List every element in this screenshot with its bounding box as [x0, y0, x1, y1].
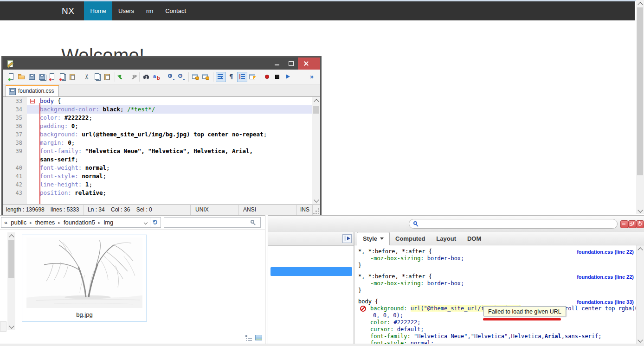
scroll-up-icon[interactable]	[312, 97, 320, 104]
zoom-out-icon[interactable]	[177, 72, 186, 82]
close-all-icon[interactable]	[58, 72, 67, 82]
show-all-characters-icon[interactable]	[227, 72, 236, 82]
fold-margin	[27, 114, 40, 122]
page-vertical-scrollbar[interactable]	[636, 0, 644, 214]
devtools-tab-layout[interactable]: Layout	[431, 232, 462, 245]
save-all-icon[interactable]	[38, 72, 47, 82]
refresh-icon[interactable]	[150, 218, 161, 227]
breadcrumb-item-public[interactable]: public	[10, 219, 27, 226]
redo-icon[interactable]	[128, 72, 137, 82]
nav-item-rm[interactable]: rm	[140, 1, 159, 20]
nav-item-contact[interactable]: Contact	[159, 1, 192, 20]
token-com: /*test*/	[127, 106, 155, 113]
scroll-down-icon[interactable]	[637, 337, 644, 344]
address-dropdown-icon[interactable]	[142, 221, 150, 224]
stop-recording-icon[interactable]	[273, 72, 282, 82]
fold-margin	[27, 172, 40, 180]
cut-icon[interactable]	[83, 72, 92, 82]
copy-icon[interactable]	[93, 72, 102, 82]
file-item-bg-jpg[interactable]: bg.jpg	[22, 235, 147, 321]
toolbar-separator	[80, 72, 80, 82]
record-macro-icon[interactable]	[263, 72, 272, 82]
panel-divider[interactable]	[265, 215, 265, 346]
style-panel-scrollbar[interactable]	[636, 245, 644, 344]
word-wrap-icon[interactable]	[216, 72, 226, 82]
find-icon[interactable]	[142, 72, 151, 82]
html-tree-area[interactable]	[268, 246, 354, 346]
play-macro-icon[interactable]	[283, 72, 292, 82]
maximize-button[interactable]	[284, 58, 298, 70]
editor-scrollbar[interactable]	[312, 97, 320, 204]
resize-grip[interactable]	[318, 213, 319, 214]
paste-icon[interactable]	[103, 72, 112, 82]
side-panel-toggle-icon[interactable]	[342, 234, 352, 243]
undo-icon[interactable]	[117, 72, 127, 82]
devtools-tab-style[interactable]: Style	[357, 232, 390, 245]
print-icon[interactable]	[68, 72, 77, 82]
devtools-minimize-button[interactable]	[620, 220, 628, 228]
close-button[interactable]	[298, 58, 320, 70]
selected-node-highlight[interactable]	[270, 267, 352, 276]
code-editor-area[interactable]: 33body {34background-color: black; /*tes…	[3, 97, 320, 205]
toolbar-separator	[164, 72, 164, 82]
css-val: border-box;	[427, 280, 464, 287]
nav-item-users[interactable]: Users	[112, 1, 140, 20]
stylesheet-link[interactable]: foundation.css (line 22)	[577, 249, 634, 256]
nav-item-home[interactable]: Home	[84, 1, 112, 20]
new-file-icon[interactable]	[7, 72, 16, 82]
explorer-scroll-thumb[interactable]	[8, 240, 14, 278]
status-insert-mode: INS	[297, 205, 313, 215]
save-icon[interactable]	[27, 72, 37, 82]
stylesheet-link[interactable]: foundation.css (line 33)	[577, 299, 634, 306]
breadcrumb-item-themes[interactable]: themes	[34, 219, 56, 226]
token-pn: ;	[71, 139, 75, 146]
toolbar-separator	[188, 72, 189, 82]
css-prop: -moz-box-sizing:	[370, 255, 427, 262]
rule-close-line: }	[356, 262, 637, 269]
editor-title-bar[interactable]	[3, 58, 320, 70]
document-map-icon[interactable]	[248, 72, 258, 82]
sync-vertical-scrolling-icon[interactable]	[191, 72, 200, 82]
thumbnail-view-icon[interactable]	[255, 334, 263, 342]
stylesheet-link[interactable]: foundation.css (line 22)	[577, 274, 634, 281]
toolbar-overflow-icon[interactable]	[308, 72, 317, 82]
brand-logo[interactable]: NX	[59, 1, 77, 20]
scroll-down-icon[interactable]	[636, 207, 644, 214]
explorer-scrollbar[interactable]	[7, 232, 15, 330]
fold-margin	[27, 189, 40, 197]
devtools-tab-computed[interactable]: Computed	[390, 232, 431, 245]
token-val: 1	[82, 181, 89, 188]
collapse-breadcrumb-icon[interactable]: «	[1, 219, 10, 226]
explorer-search-input[interactable]	[164, 217, 261, 228]
code-line-35: 35color: #222222;	[3, 114, 312, 122]
devtools-search-input[interactable]	[409, 219, 618, 229]
css-prop: font-family:	[370, 333, 414, 340]
breadcrumb-item-img[interactable]: img	[103, 219, 114, 226]
close-icon[interactable]	[48, 72, 57, 82]
address-bar[interactable]: « public▸themes▸foundation5▸img	[1, 217, 161, 228]
tab-foundation-css[interactable]: foundation.css	[6, 85, 59, 96]
page-scroll-thumb[interactable]	[637, 7, 643, 175]
devtools-close-button[interactable]	[636, 220, 644, 228]
fold-margin	[27, 139, 40, 147]
editor-scroll-thumb[interactable]	[313, 106, 319, 114]
scroll-up-icon[interactable]	[7, 232, 15, 239]
style-rules-list[interactable]: *, *:before, *:after {foundation.css (li…	[354, 245, 637, 344]
scroll-up-icon[interactable]	[636, 0, 644, 7]
breadcrumb-item-foundation5[interactable]: foundation5	[63, 219, 96, 226]
replace-icon[interactable]	[152, 72, 161, 82]
minimize-button[interactable]	[270, 58, 284, 70]
details-view-icon[interactable]	[245, 334, 253, 342]
scroll-up-icon[interactable]	[637, 245, 644, 252]
fold-margin[interactable]	[27, 97, 40, 105]
devtools-tab-dom[interactable]: DOM	[462, 232, 487, 245]
open-folder-icon[interactable]	[17, 72, 26, 82]
sync-horizontal-scrolling-icon[interactable]	[201, 72, 211, 82]
zoom-in-icon[interactable]	[167, 72, 176, 82]
scroll-down-icon[interactable]	[7, 323, 15, 330]
token-val: relative	[71, 189, 103, 196]
scroll-down-icon[interactable]	[312, 197, 320, 204]
devtools-detach-button[interactable]	[628, 220, 636, 228]
fold-collapse-icon[interactable]	[30, 99, 35, 103]
indent-guide-icon[interactable]	[237, 72, 247, 82]
